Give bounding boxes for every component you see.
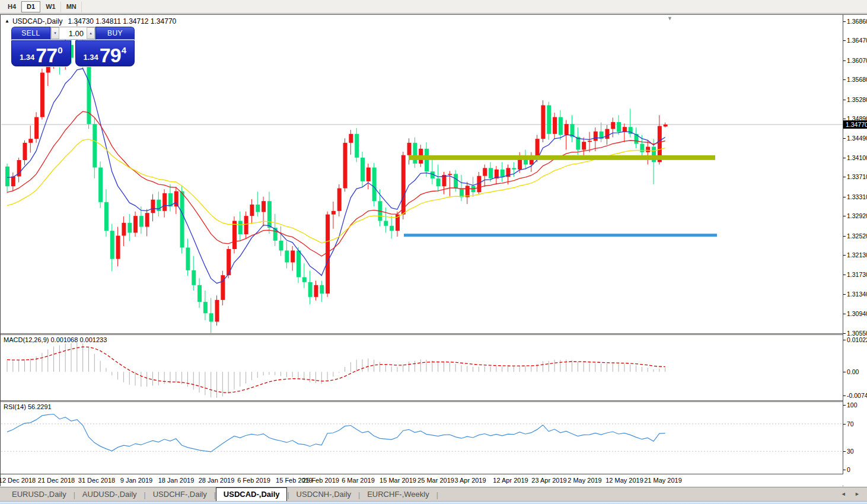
sell-price-main: 77 [36,47,57,64]
mt4-terminal: H4D1W1MN ▲USDCAD-,Daily1.34730 1.34811 1… [0,0,867,504]
volume-stepper: ▼ ▲ [50,27,95,40]
date-axis-label: 6 Mar 2019 [342,477,375,484]
price-axis-label: 1.30550 [843,330,867,337]
chart-window[interactable]: ▲USDCAD-,Daily1.34730 1.34811 1.34712 1.… [0,14,867,486]
chart-tab-bar: EURUSD-,Daily|AUDUSD-,Daily|USDCHF-,Dail… [0,487,867,501]
price-chart-canvas[interactable] [1,1,867,504]
price-axis-label: 1.32520 [843,232,867,240]
volume-increase-button[interactable]: ▲ [87,27,95,39]
sell-price-prefix: 1.34 [20,53,34,62]
tab-usdcad-daily[interactable]: USDCAD-,Daily [216,487,288,501]
date-axis-label: 25 Feb 2019 [302,477,339,484]
rsi-indicator-label: RSI(14) 56.2291 [4,403,52,410]
price-axis-label: 1.33710 [843,173,867,180]
price-axis-label: 1.35280 [843,96,867,103]
tab-usdchf-daily[interactable]: USDCHF-,Daily [146,489,214,501]
tab-eurchf-weekly[interactable]: EURCHF-,Weekly [360,489,436,501]
date-axis-label: 12 Dec 2018 [0,477,36,484]
rsi-axis-label: 100 [843,401,858,409]
price-axis-label: 1.34100 [843,154,867,161]
panel-toggle-icon[interactable]: ▲ [5,18,9,24]
tab-usdcnh-daily[interactable]: USDCNH-,Daily [289,489,358,501]
price-axis-label: 1.36860 [843,18,867,25]
date-axis-label: 21 May 2019 [644,477,682,484]
pane-separator[interactable] [1,333,867,335]
chart-shift-marker-icon[interactable]: ▼ [667,15,672,21]
chart-ohlc-values: 1.34730 1.34811 1.34712 1.34770 [68,17,177,25]
price-axis-label: 1.31340 [843,291,867,298]
current-price-tag: 1.34770 [843,120,867,129]
date-axis-label: 3 Apr 2019 [454,477,486,484]
price-axis-label: 1.32920 [843,212,867,219]
date-axis-label: 12 May 2019 [605,477,643,484]
macd-axis-max: 0.010229 [843,336,867,343]
volume-decrease-button[interactable]: ▼ [51,27,59,39]
tab-eurusd-daily[interactable]: EURUSD-,Daily [5,489,74,501]
price-axis: 1.368601.364701.360701.356801.352801.348… [843,15,867,487]
date-axis-label: 21 Dec 2018 [38,477,75,484]
date-axis-label: 2 May 2019 [568,477,601,484]
macd-axis-min: -0.007477 [843,392,867,399]
date-axis-label: 6 Feb 2019 [237,477,270,484]
tab-separator: | [436,489,438,501]
chart-symbol-label: USDCAD-,Daily [12,17,63,25]
tab-audusd-daily[interactable]: AUDUSD-,Daily [75,489,144,501]
macd-axis-zero: 0.00 [843,368,859,375]
tab-scroll-arrows[interactable]: ◄ ► [841,491,863,497]
price-axis-label: 1.30940 [843,310,867,317]
buy-price-prefix: 1.34 [84,53,98,62]
sell-button[interactable]: SELL [11,27,50,40]
status-strip [0,501,867,504]
price-axis-label: 1.32130 [843,251,867,259]
rsi-axis-label: 70 [843,420,854,428]
price-axis-label: 1.33310 [843,193,867,200]
date-axis-label: 9 Jan 2019 [120,477,152,484]
date-axis-label: 31 Dec 2018 [78,477,115,484]
one-click-trading-panel: SELL ▼ ▲ BUY 1.34770 1.34794 [11,27,135,66]
pane-separator[interactable] [1,400,867,402]
price-axis-label: 1.31730 [843,271,867,278]
buy-price-main: 79 [100,47,121,64]
date-axis-label: 15 Mar 2019 [380,477,416,484]
date-axis-label: 23 Apr 2019 [531,477,566,484]
price-axis-label: 1.35680 [843,76,867,83]
date-axis-label: 28 Jan 2019 [199,477,235,484]
volume-input[interactable] [59,27,87,39]
sell-price-box[interactable]: 1.34770 [11,40,71,66]
date-axis-label: 25 Mar 2019 [417,477,454,484]
price-axis-label: 1.36470 [843,37,867,44]
rsi-axis-label: 0 [843,466,850,473]
buy-price-box[interactable]: 1.34794 [75,40,135,66]
date-axis-label: 12 Apr 2019 [493,477,528,484]
macd-indicator-label: MACD(12,26,9) 0.001068 0.001233 [4,336,107,343]
rsi-axis-label: 30 [843,448,854,455]
sell-price-pip: 0 [58,45,62,55]
price-axis-label: 1.36070 [843,57,867,64]
date-axis: 12 Dec 201821 Dec 201831 Dec 20189 Jan 2… [1,474,843,487]
chart-title: ▲USDCAD-,Daily1.34730 1.34811 1.34712 1.… [5,17,176,25]
price-axis-label: 1.34490 [843,135,867,142]
buy-price-pip: 4 [122,45,126,55]
buy-button[interactable]: BUY [95,27,135,40]
date-axis-label: 18 Jan 2019 [158,477,195,484]
